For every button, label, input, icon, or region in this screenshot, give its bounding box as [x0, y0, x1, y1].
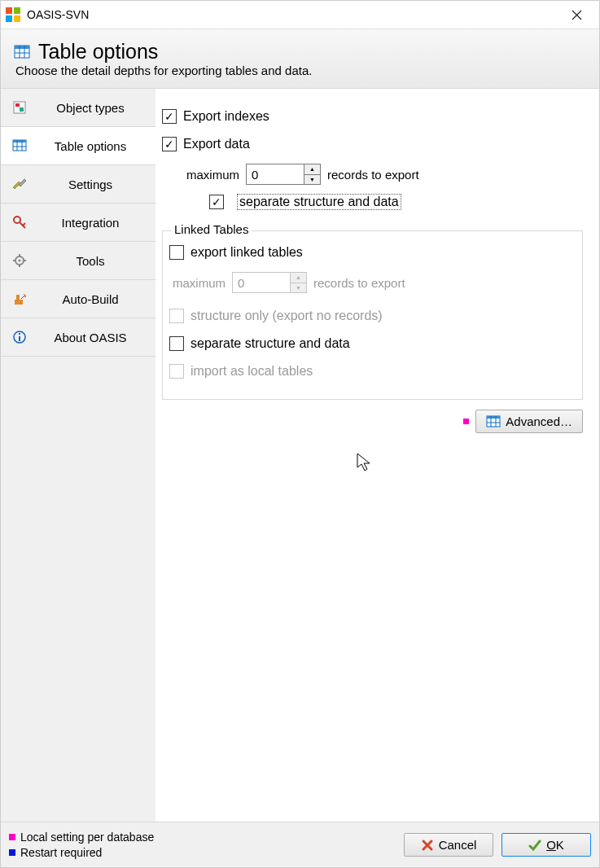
info-icon: [7, 330, 32, 344]
sidebar-item-label: Table options: [32, 139, 155, 153]
footer-legend: Local setting per database Restart requi…: [9, 830, 404, 861]
separate-structure-label: separate structure and data: [237, 194, 401, 210]
svg-rect-10: [15, 103, 20, 107]
gear-icon: [7, 253, 32, 268]
title-bar: OASIS-SVN: [1, 1, 599, 28]
max-records-input[interactable]: [247, 164, 304, 184]
svg-rect-11: [20, 107, 24, 112]
svg-rect-0: [6, 7, 12, 14]
export-data-label: Export data: [183, 137, 250, 151]
linked-max-input: [233, 273, 290, 292]
close-button[interactable]: [558, 1, 594, 28]
table-icon: [14, 44, 30, 60]
sidebar-item-tools[interactable]: Tools: [1, 242, 155, 280]
local-setting-indicator: [463, 419, 469, 424]
app-icon: [6, 7, 20, 22]
table-icon: [7, 139, 32, 152]
cancel-button[interactable]: Cancel: [404, 833, 493, 857]
sidebar-item-about[interactable]: About OASIS: [1, 318, 155, 357]
cancel-label: Cancel: [439, 838, 477, 852]
linked-max-spinner: ▲▼: [232, 272, 307, 293]
spin-up-icon[interactable]: ▲: [304, 164, 320, 175]
export-indexes-label: Export indexes: [183, 109, 269, 124]
svg-rect-1: [14, 7, 20, 14]
import-local-label: import as local tables: [191, 364, 313, 379]
spin-up-icon: ▲: [291, 273, 306, 283]
window-title: OASIS-SVN: [27, 8, 89, 21]
page-subtitle: Choose the detail depths for exporting t…: [15, 64, 586, 77]
check-icon: [528, 839, 541, 852]
sidebar-item-label: Auto-Build: [32, 292, 155, 306]
linked-tables-group: Linked Tables export linked tables maxim…: [162, 230, 583, 400]
svg-line-19: [23, 223, 25, 226]
magenta-square-icon: [9, 834, 15, 840]
structure-only-checkbox: [169, 309, 184, 323]
svg-rect-30: [19, 333, 20, 335]
cancel-icon: [421, 839, 434, 852]
advanced-label: Advanced…: [506, 414, 572, 428]
export-linked-label: export linked tables: [191, 245, 303, 260]
linked-maximum-label: maximum: [173, 276, 226, 290]
svg-rect-13: [13, 140, 26, 142]
ok-label: OK: [546, 838, 564, 852]
sidebar-item-integration[interactable]: Integration: [1, 204, 155, 242]
svg-rect-32: [487, 416, 500, 419]
max-records-spinner[interactable]: ▲▼: [246, 164, 321, 185]
sidebar-item-settings[interactable]: Settings: [1, 165, 155, 204]
sidebar: Object types Table options Settings Inte…: [1, 89, 155, 822]
key-icon: [7, 215, 32, 230]
svg-rect-5: [15, 46, 29, 49]
svg-rect-27: [16, 295, 20, 300]
svg-point-17: [14, 217, 20, 223]
sidebar-item-table-options[interactable]: Table options: [1, 127, 155, 165]
content-panel: ✓ Export indexes ✓ Export data maximum ▲…: [155, 89, 599, 822]
linked-tables-legend: Linked Tables: [171, 222, 252, 236]
sidebar-item-label: Settings: [32, 178, 155, 191]
spin-down-icon: ▼: [291, 283, 306, 293]
sidebar-item-label: Object types: [32, 101, 155, 115]
legend-local: Local setting per database: [20, 830, 154, 845]
svg-rect-2: [6, 15, 12, 22]
export-data-checkbox[interactable]: ✓: [162, 137, 177, 151]
sidebar-item-auto-build[interactable]: Auto-Build: [1, 280, 155, 318]
import-local-checkbox: [169, 364, 184, 379]
svg-rect-3: [14, 15, 20, 22]
page-header: Table options Choose the detail depths f…: [1, 28, 599, 89]
records-suffix-label: records to export: [327, 168, 419, 182]
build-icon: [7, 292, 32, 306]
structure-only-label: structure only (export no records): [191, 309, 383, 323]
advanced-button[interactable]: Advanced…: [475, 410, 583, 433]
linked-records-suffix: records to export: [313, 276, 405, 290]
sidebar-item-object-types[interactable]: Object types: [1, 89, 155, 127]
module-icon: [7, 100, 32, 115]
export-linked-checkbox[interactable]: [169, 245, 184, 260]
sidebar-item-label: Tools: [32, 254, 155, 268]
separate-structure-checkbox[interactable]: ✓: [209, 195, 224, 209]
linked-separate-label: separate structure and data: [191, 336, 350, 351]
sidebar-item-label: About OASIS: [32, 331, 155, 344]
legend-restart: Restart required: [20, 845, 102, 861]
blue-square-icon: [9, 849, 15, 856]
svg-point-21: [19, 260, 21, 262]
spin-down-icon[interactable]: ▼: [304, 175, 320, 185]
dialog-footer: Local setting per database Restart requi…: [1, 822, 599, 867]
page-title: Table options: [38, 40, 158, 64]
table-icon: [486, 415, 501, 428]
linked-separate-checkbox[interactable]: [169, 336, 184, 351]
maximum-label: maximum: [186, 168, 239, 182]
svg-rect-26: [15, 300, 23, 305]
sidebar-item-label: Integration: [32, 216, 155, 230]
tools-icon: [7, 177, 32, 191]
ok-button[interactable]: OK: [501, 833, 591, 857]
export-indexes-checkbox[interactable]: ✓: [162, 109, 177, 124]
svg-rect-29: [19, 336, 20, 341]
